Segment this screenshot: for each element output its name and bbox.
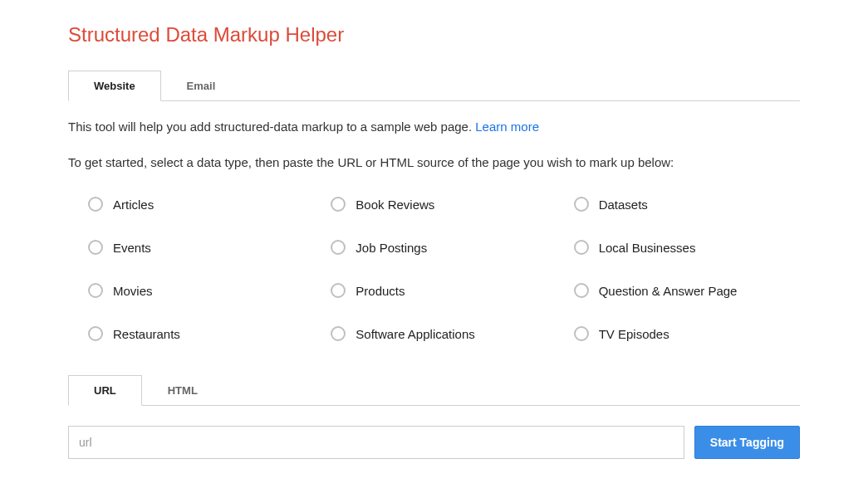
intro-text: This tool will help you add structured-d… (68, 118, 800, 137)
radio-label: Restaurants (113, 327, 180, 341)
radio-label: Datasets (599, 198, 648, 212)
radio-icon (331, 197, 346, 212)
input-row: Start Tagging (68, 426, 800, 459)
radio-icon (88, 326, 103, 341)
radio-label: Question & Answer Page (599, 284, 738, 298)
radio-tv-episodes[interactable]: TV Episodes (574, 326, 800, 341)
radio-software-applications[interactable]: Software Applications (331, 326, 557, 341)
input-tabs: URL HTML (68, 374, 800, 406)
radio-restaurants[interactable]: Restaurants (88, 326, 314, 341)
instruction-text: To get started, select a data type, then… (68, 154, 800, 173)
radio-icon (331, 326, 346, 341)
radio-label: Articles (113, 198, 154, 212)
url-input[interactable] (68, 426, 684, 459)
radio-label: Software Applications (356, 327, 474, 341)
tab-url[interactable]: URL (68, 375, 142, 406)
radio-book-reviews[interactable]: Book Reviews (331, 197, 557, 212)
radio-articles[interactable]: Articles (88, 197, 314, 212)
tab-website[interactable]: Website (68, 71, 161, 101)
radio-label: Job Postings (356, 241, 427, 255)
radio-icon (88, 197, 103, 212)
radio-label: Events (113, 241, 151, 255)
radio-job-postings[interactable]: Job Postings (331, 240, 557, 255)
radio-local-businesses[interactable]: Local Businesses (574, 240, 800, 255)
radio-icon (88, 283, 103, 298)
learn-more-link[interactable]: Learn more (475, 120, 539, 134)
page-title: Structured Data Markup Helper (68, 23, 800, 46)
radio-icon (331, 283, 346, 298)
radio-label: TV Episodes (599, 327, 669, 341)
radio-label: Book Reviews (356, 198, 434, 212)
radio-icon (331, 240, 346, 255)
radio-label: Products (356, 284, 405, 298)
radio-datasets[interactable]: Datasets (574, 197, 800, 212)
radio-label: Local Businesses (599, 241, 696, 255)
start-tagging-button[interactable]: Start Tagging (694, 426, 800, 459)
radio-icon (574, 326, 589, 341)
radio-question-answer[interactable]: Question & Answer Page (574, 283, 800, 298)
radio-events[interactable]: Events (88, 240, 314, 255)
radio-icon (574, 197, 589, 212)
tab-email[interactable]: Email (161, 71, 242, 101)
radio-label: Movies (113, 284, 153, 298)
radio-icon (574, 240, 589, 255)
radio-icon (88, 240, 103, 255)
tab-html[interactable]: HTML (142, 375, 223, 406)
data-type-grid: Articles Book Reviews Datasets Events Jo… (68, 197, 800, 341)
intro-text-span: This tool will help you add structured-d… (68, 120, 475, 134)
radio-movies[interactable]: Movies (88, 283, 314, 298)
radio-icon (574, 283, 589, 298)
radio-products[interactable]: Products (331, 283, 557, 298)
main-tabs: Website Email (68, 70, 800, 101)
